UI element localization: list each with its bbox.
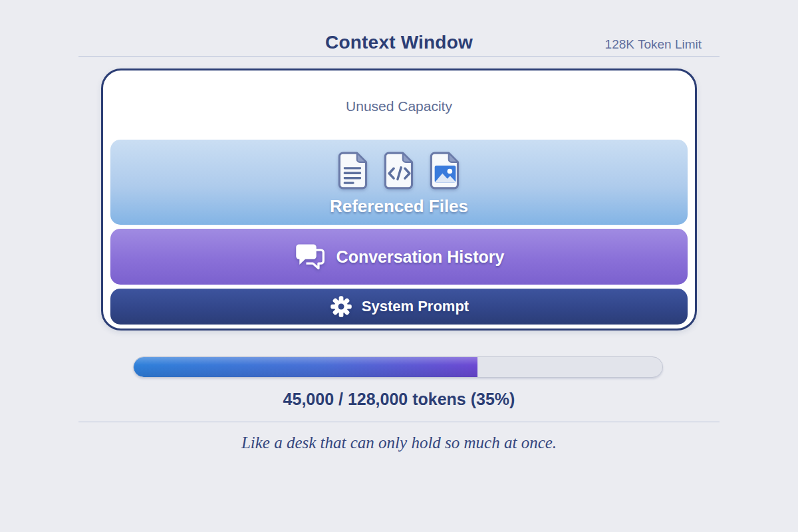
header-divider xyxy=(78,56,720,57)
context-window-box: Unused Capacity xyxy=(101,68,697,331)
footer-divider xyxy=(78,422,720,422)
analogy-caption: Like a desk that can only hold so much a… xyxy=(0,434,798,452)
image-file-icon xyxy=(430,152,461,190)
code-file-icon xyxy=(384,152,415,190)
chat-bubbles-icon xyxy=(294,243,326,271)
referenced-files-label: Referenced Files xyxy=(330,196,468,217)
section-conversation-history: Conversation History xyxy=(110,229,688,285)
progress-fill xyxy=(134,357,477,377)
unused-capacity-label: Unused Capacity xyxy=(103,98,695,114)
token-usage-label: 45,000 / 128,000 tokens (35%) xyxy=(0,390,798,409)
section-referenced-files: Referenced Files xyxy=(110,140,688,225)
system-prompt-label: System Prompt xyxy=(362,298,469,315)
file-icons-row xyxy=(338,152,461,190)
section-system-prompt: System Prompt xyxy=(110,289,688,325)
gear-icon xyxy=(329,295,353,319)
token-limit-label: 128K Token Limit xyxy=(605,37,702,52)
document-file-icon xyxy=(338,152,369,190)
token-usage-progress-bar xyxy=(133,356,663,378)
context-window-infographic: Context Window 128K Token Limit Unused C… xyxy=(0,0,798,532)
conversation-history-label: Conversation History xyxy=(336,247,505,267)
